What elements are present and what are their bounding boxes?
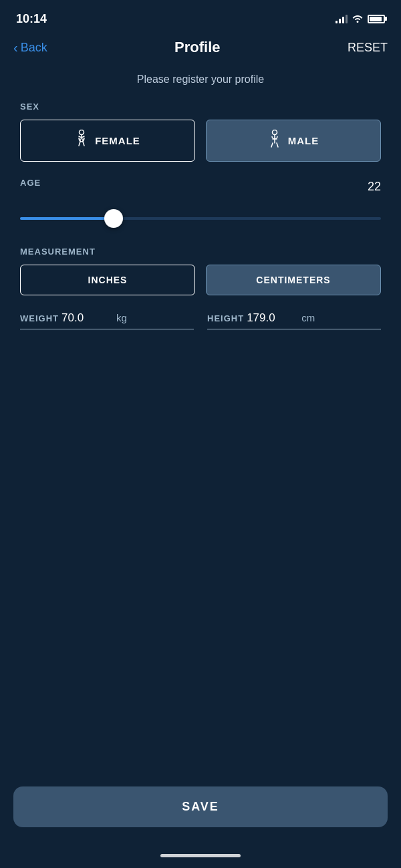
inches-button[interactable]: INCHES <box>20 265 195 295</box>
weight-combined: WEIGHT kg <box>20 311 194 329</box>
age-section: AGE 22 <box>20 178 381 231</box>
male-button[interactable]: MALE <box>206 120 381 162</box>
measurement-section-label: MEASUREMENT <box>20 247 381 257</box>
height-input[interactable] <box>247 311 300 325</box>
back-label: Back <box>21 41 47 55</box>
age-slider-container[interactable] <box>20 206 381 231</box>
home-indicator <box>0 847 401 868</box>
metrics-row: WEIGHT kg HEIGHT cm <box>20 311 381 329</box>
weight-input[interactable] <box>61 311 115 325</box>
weight-unit: kg <box>116 312 127 323</box>
measurement-button-row: INCHES CENTIMETERS <box>20 265 381 295</box>
home-indicator-bar <box>160 854 241 857</box>
age-header: AGE 22 <box>20 178 381 196</box>
reset-button[interactable]: RESET <box>348 41 388 55</box>
save-button[interactable]: SAVE <box>13 786 388 827</box>
measurement-section: MEASUREMENT INCHES CENTIMETERS <box>20 247 381 295</box>
svg-point-1 <box>272 130 277 135</box>
back-button[interactable]: ‹ Back <box>13 40 47 55</box>
sex-button-row: FEMALE MALE <box>20 120 381 162</box>
status-bar: 10:14 <box>0 0 401 33</box>
battery-icon <box>368 15 385 23</box>
male-label: MALE <box>288 135 319 146</box>
page-title: Profile <box>174 39 220 56</box>
height-field: HEIGHT cm <box>207 311 381 329</box>
sex-section-label: SEX <box>20 102 381 112</box>
age-section-label: AGE <box>20 178 41 188</box>
wifi-icon <box>352 13 364 25</box>
status-time: 10:14 <box>16 12 47 26</box>
male-icon <box>268 130 281 152</box>
main-content: Please register your profile SEX FEMALE <box>0 67 401 559</box>
centimeters-button[interactable]: CENTIMETERS <box>206 265 381 295</box>
female-label: FEMALE <box>95 135 140 146</box>
status-icons <box>336 13 385 25</box>
svg-point-0 <box>80 130 84 135</box>
weight-label: WEIGHT <box>20 313 59 323</box>
signal-icon <box>336 14 348 23</box>
subtitle: Please register your profile <box>20 74 381 86</box>
height-unit: cm <box>301 312 315 323</box>
nav-bar: ‹ Back Profile RESET <box>0 33 401 67</box>
sex-section: SEX FEMALE <box>20 102 381 162</box>
back-chevron-icon: ‹ <box>13 40 18 55</box>
weight-field: WEIGHT kg <box>20 311 194 329</box>
age-value: 22 <box>368 180 381 194</box>
height-label: HEIGHT <box>207 313 244 323</box>
female-icon <box>75 130 88 152</box>
save-area: SAVE <box>0 776 401 847</box>
female-button[interactable]: FEMALE <box>20 120 195 162</box>
height-combined: HEIGHT cm <box>207 311 381 329</box>
